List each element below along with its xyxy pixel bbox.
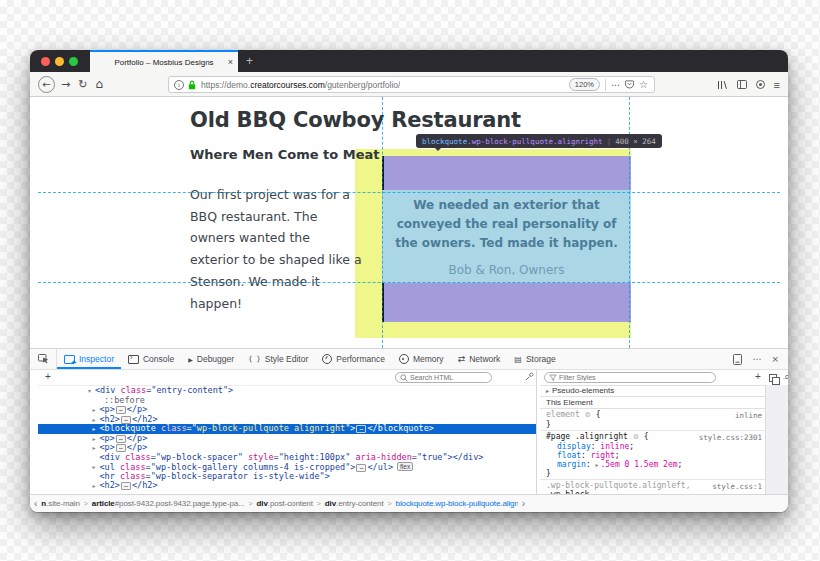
back-button[interactable]: ← xyxy=(38,76,55,93)
expand-arrow-icon[interactable]: ▸ xyxy=(93,434,96,444)
breadcrumb-classes: .post-content xyxy=(268,499,313,508)
url-text[interactable]: https://demo.creatorcourses.com/gutenber… xyxy=(201,80,400,90)
devtools-tab-performance[interactable]: Performance xyxy=(315,349,392,369)
expand-arrow-icon[interactable]: ▸ xyxy=(93,424,96,434)
css-declaration[interactable]: float: right; xyxy=(546,451,762,460)
expand-arrow-icon[interactable]: ▸ xyxy=(93,481,96,491)
inline-ellipsis-chip[interactable]: … xyxy=(116,435,126,443)
search-html-box[interactable] xyxy=(395,372,492,383)
pocket-icon[interactable] xyxy=(625,80,634,89)
expand-arrow-icon[interactable]: ▸ xyxy=(93,462,96,472)
devtools-close-icon[interactable]: × xyxy=(771,354,779,364)
new-tab-button[interactable]: + xyxy=(246,53,253,69)
tab-close-icon[interactable]: × xyxy=(228,56,233,68)
devtools-options-icon[interactable]: ⋯ xyxy=(752,354,761,364)
devtools-tab-style-editor[interactable]: Style Editor xyxy=(241,349,315,369)
rules-section-label: This Element xyxy=(546,398,593,407)
breadcrumb-scroll-right-icon[interactable]: › xyxy=(518,498,529,509)
selector-token: .wp-block-pullquote.alignleft, xyxy=(546,481,695,490)
hamburger-menu-icon[interactable]: ≡ xyxy=(774,79,780,91)
sidebar-icon[interactable] xyxy=(737,80,747,89)
inline-ellipsis-chip[interactable]: … xyxy=(121,482,131,490)
breadcrumb-classes: .entry-content xyxy=(336,499,384,508)
tab-title: Portfolio – Mosbius Designs xyxy=(114,58,213,67)
filter-styles-box[interactable] xyxy=(544,372,716,383)
close-window-button[interactable] xyxy=(41,57,50,66)
devtools-tab-storage[interactable]: Storage xyxy=(507,349,562,369)
devtools-tab-memory[interactable]: Memory xyxy=(392,349,451,369)
pseudo-class-panel-icon[interactable] xyxy=(769,374,777,382)
search-html-input[interactable] xyxy=(410,374,490,381)
inline-ellipsis-chip[interactable]: … xyxy=(356,425,366,433)
css-rule[interactable]: style.css:1.wp-block-pullquote.alignleft… xyxy=(540,480,766,494)
rules-list: ▸Pseudo-elementsThis Elementinlineelemen… xyxy=(540,385,766,494)
home-button[interactable]: ⌂ xyxy=(95,79,103,90)
css-rule[interactable]: inlineelement ⚙ {} xyxy=(540,409,766,431)
https-lock-icon[interactable] xyxy=(188,80,196,90)
breadcrumb-scroll-left-icon[interactable]: ‹ xyxy=(30,498,41,509)
account-icon[interactable] xyxy=(756,80,765,89)
stylesheet-location-link[interactable]: inline xyxy=(735,411,762,420)
fullscreen-window-button[interactable] xyxy=(69,57,78,66)
bookmark-star-icon[interactable]: ☆ xyxy=(639,79,648,90)
expand-arrow-icon[interactable]: ▸ xyxy=(93,405,96,415)
breadcrumb-item[interactable]: article#post-9432.post-9432.page.type-pa… xyxy=(92,499,245,508)
flex-badge[interactable]: flex xyxy=(397,462,413,471)
responsive-design-mode-icon[interactable] xyxy=(733,354,742,365)
devtools-toolbar: InspectorConsoleDebuggerStyle EditorPerf… xyxy=(30,348,788,370)
rule-selector: element ⚙ { xyxy=(546,410,762,420)
eyedropper-icon[interactable] xyxy=(525,372,534,381)
markup-token: </h2> xyxy=(132,414,158,424)
forward-button[interactable]: → xyxy=(61,79,70,90)
markup-token: <p> xyxy=(100,442,115,452)
arrows-icon xyxy=(458,354,466,364)
url-bar[interactable]: i https://demo.creatorcourses.com/gutenb… xyxy=(168,76,655,93)
devtools-tab-label: Storage xyxy=(526,354,556,364)
markup-token: =" xyxy=(187,423,197,433)
devtools-tab-debugger[interactable]: Debugger xyxy=(181,349,241,369)
reload-button[interactable]: ↻ xyxy=(78,79,87,90)
inline-ellipsis-chip[interactable]: … xyxy=(356,464,366,472)
browser-navbar: ← → ↻ ⌂ i https://demo.creatorcourses.co… xyxy=(30,72,788,97)
devtools-tabs: InspectorConsoleDebuggerStyle EditorPerf… xyxy=(57,349,563,369)
breadcrumb-item[interactable]: n.site-main xyxy=(41,499,79,508)
markup-token: style xyxy=(248,452,274,462)
css-rule[interactable]: style.css:2301#page .alignright ⚙ {displ… xyxy=(540,431,766,480)
stylesheet-location-link[interactable]: style.css:1 xyxy=(712,482,762,491)
breadcrumb-tag: article xyxy=(92,499,115,508)
breadcrumb-item[interactable]: div.post-content xyxy=(257,499,313,508)
expand-arrow-icon[interactable]: ▾ xyxy=(88,386,91,396)
minimize-window-button[interactable] xyxy=(55,57,64,66)
node-infobar-tooltip: blockquote.wp-block-pullquote.alignright… xyxy=(416,134,662,148)
breadcrumb-item-selected[interactable]: blockquote.wp-block-pullquote.alignright xyxy=(396,499,518,508)
rules-section-header[interactable]: This Element xyxy=(540,397,766,409)
breadcrumb-scroll-area: ‹ n.site-main>article#post-9432.post-943… xyxy=(30,498,529,509)
add-rule-button[interactable]: + xyxy=(755,371,761,382)
markup-token: class xyxy=(121,385,147,395)
css-declaration[interactable]: display: inline; xyxy=(546,442,762,451)
markup-token: <p> xyxy=(100,433,115,443)
library-icon[interactable] xyxy=(717,80,728,90)
devtools-tab-network[interactable]: Network xyxy=(451,349,508,369)
markup-row[interactable]: ▸<h2>…</h2> xyxy=(38,481,536,491)
devtools-tab-inspector[interactable]: Inspector xyxy=(57,349,121,369)
rules-scrollbar-gutter[interactable] xyxy=(765,385,788,494)
stylesheet-location-link[interactable]: style.css:2301 xyxy=(699,433,762,442)
console-icon xyxy=(128,355,139,364)
markup-token: =" xyxy=(274,452,284,462)
element-picker-icon[interactable] xyxy=(30,349,57,369)
class-panel-button[interactable]: .cls xyxy=(783,373,788,380)
breadcrumb-item[interactable]: div.entry-content xyxy=(325,499,384,508)
expand-arrow-icon[interactable]: ▸ xyxy=(93,443,96,453)
filter-styles-input[interactable] xyxy=(559,374,699,381)
devtools-tab-console[interactable]: Console xyxy=(121,349,181,369)
css-declaration[interactable]: margin: ▸ .5em 0 1.5em 2em; xyxy=(546,460,762,469)
page-actions-icon[interactable]: ⋯ xyxy=(611,80,620,90)
add-node-button[interactable]: + xyxy=(45,371,51,382)
rules-section-header[interactable]: ▸Pseudo-elements xyxy=(540,385,766,397)
site-info-icon[interactable]: i xyxy=(174,80,184,90)
expand-arrow-icon[interactable]: ▸ xyxy=(93,415,96,425)
browser-tab[interactable]: Portfolio – Mosbius Designs × xyxy=(90,50,238,72)
breadcrumb-separator: > xyxy=(317,500,321,507)
zoom-level-badge[interactable]: 120% xyxy=(569,78,600,91)
